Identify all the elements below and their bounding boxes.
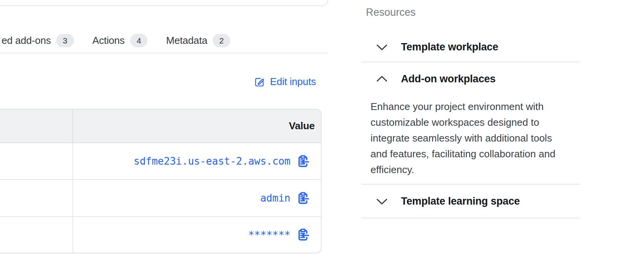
- table-row: admin: [0, 180, 321, 217]
- clipboard-copy-icon: [297, 155, 309, 168]
- clipboard-copy-icon: [297, 192, 309, 205]
- accordion-template-workplace[interactable]: Template workplace: [361, 32, 580, 62]
- tab-count-badge: 3: [56, 34, 74, 47]
- copy-value-button[interactable]: [297, 155, 309, 168]
- edit-inputs-button[interactable]: Edit inputs: [254, 76, 316, 88]
- table-row: sdfme23i.us-east-2.aws.com: [0, 143, 321, 180]
- accordion-label: Template learning space: [401, 195, 520, 207]
- value-cell: *******: [73, 217, 321, 253]
- tab-label: Actions: [92, 35, 125, 47]
- tab-label: ed add-ons: [2, 35, 51, 47]
- tab-metadata[interactable]: Metadata 2: [166, 34, 230, 47]
- tab-label: Metadata: [166, 35, 207, 47]
- accordion-add-on-workplaces[interactable]: Add-on workplaces: [361, 62, 580, 95]
- copy-value-button[interactable]: [297, 192, 309, 205]
- accordion-label: Add-on workplaces: [401, 73, 496, 85]
- tab-count-badge: 4: [130, 34, 148, 47]
- chevron-up-icon: [376, 73, 388, 85]
- copy-value-button[interactable]: [297, 228, 309, 241]
- value-text-masked: *******: [248, 229, 290, 241]
- accordion-label: Template workplace: [401, 41, 498, 53]
- tabs-divider: [0, 53, 328, 53]
- key-column-header: [0, 110, 73, 142]
- edit-inputs-label: Edit inputs: [270, 76, 316, 88]
- value-cell: admin: [73, 180, 321, 216]
- section-description: Enhance your project environment with cu…: [371, 99, 568, 178]
- key-cell: [0, 217, 73, 253]
- previous-card-remnant: [0, 0, 328, 6]
- accordion-template-learning-space[interactable]: Template learning space: [361, 185, 580, 218]
- key-cell: [0, 143, 73, 179]
- edit-pencil-icon: [254, 77, 265, 87]
- table-row: *******: [0, 217, 321, 253]
- resources-accordion: Template workplace Add-on workplaces Enh…: [361, 32, 580, 218]
- value-cell: sdfme23i.us-east-2.aws.com: [73, 143, 321, 179]
- clipboard-copy-icon: [297, 228, 309, 241]
- table-header-row: Value: [0, 110, 321, 143]
- tab-actions[interactable]: Actions 4: [92, 34, 148, 47]
- tab-installed-add-ons[interactable]: ed add-ons 3: [2, 34, 74, 47]
- value-column-header: Value: [73, 110, 321, 142]
- value-text: sdfme23i.us-east-2.aws.com: [134, 155, 290, 167]
- chevron-down-icon: [376, 195, 388, 208]
- page: ed add-ons 3 Actions 4 Metadata 2 Edit i…: [0, 0, 644, 280]
- accordion-section-expanded: Add-on workplaces Enhance your project e…: [361, 62, 580, 185]
- tab-count-badge: 2: [213, 34, 230, 47]
- key-cell: [0, 180, 73, 216]
- tab-bar: ed add-ons 3 Actions 4 Metadata 2: [2, 32, 230, 49]
- resources-title: Resources: [366, 7, 416, 18]
- inputs-table: Value sdfme23i.us-east-2.aws.com: [0, 109, 322, 253]
- value-text: admin: [260, 192, 290, 204]
- chevron-down-icon: [376, 41, 388, 53]
